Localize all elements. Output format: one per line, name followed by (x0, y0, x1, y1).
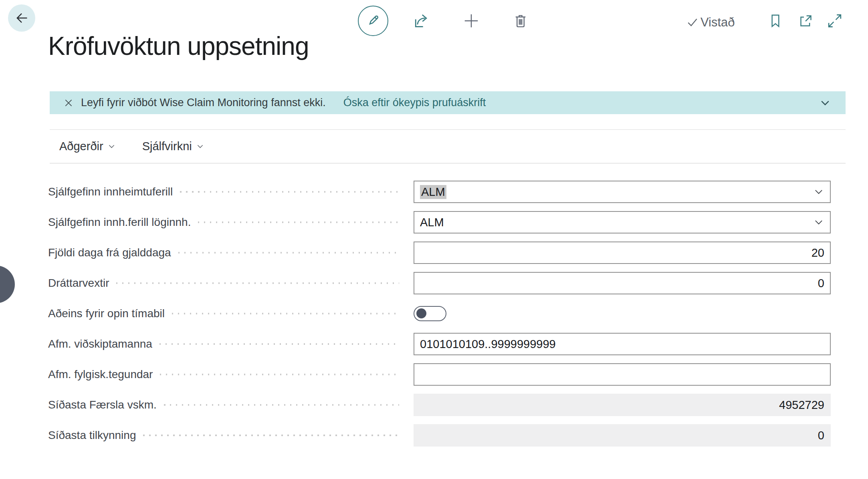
menu-automation-label: Sjálfvirkni (142, 140, 192, 153)
saved-check-icon (686, 16, 699, 29)
last-entry-readonly-field: 4952729 (414, 394, 831, 416)
field-label: Síðasta Færsla vskm. (48, 398, 157, 411)
field-label: Sjálfgefinn innh.ferill löginnh. (48, 216, 191, 229)
banner-chevron-down-icon[interactable] (819, 97, 831, 109)
dotted-leader (143, 435, 399, 436)
add-button[interactable] (462, 12, 480, 30)
field-label: Afm. fylgisk.tegundar (48, 368, 153, 381)
action-menubar: Aðgerðir Sjálfvirkni (50, 129, 846, 163)
share-icon (412, 12, 430, 30)
readonly-value: 0 (818, 429, 824, 442)
last-notification-readonly-field: 0 (414, 424, 831, 447)
field-label: Síðasta tilkynning (48, 429, 136, 442)
share-button[interactable] (412, 12, 430, 30)
input-value: 0 (818, 277, 824, 290)
dotted-leader (172, 313, 399, 314)
dotted-leader (159, 343, 399, 345)
input-value: 20 (811, 246, 824, 260)
banner-close-button[interactable] (62, 96, 75, 110)
notification-banner: Leyfi fyrir viðbót Wise Claim Monitoring… (50, 91, 846, 114)
field-row-customer-filter: Afm. viðskiptamanna 0101010109..99999999… (48, 333, 831, 355)
days-from-due-date-input[interactable]: 20 (414, 242, 831, 264)
menu-actions-label: Aðgerðir (59, 140, 103, 153)
trash-icon (512, 12, 529, 29)
field-row-default-collection-process: Sjálfgefinn innheimtuferill ALM (48, 181, 831, 203)
page-title: Kröfuvöktun uppsetning (48, 31, 309, 61)
customer-filter-input[interactable]: 0101010109..9999999999 (414, 333, 831, 355)
back-arrow-icon (14, 10, 29, 26)
back-button[interactable] (8, 4, 35, 32)
dotted-leader (178, 252, 399, 254)
toggle-knob (416, 308, 426, 318)
open-in-new-window-icon (798, 13, 814, 29)
input-value: ALM (420, 216, 444, 229)
dotted-leader (198, 221, 399, 223)
field-label: Dráttarvextir (48, 277, 109, 290)
default-legal-process-input[interactable]: ALM (414, 211, 831, 233)
dotted-leader (164, 404, 399, 406)
input-value: 0101010109..9999999999 (420, 338, 556, 351)
field-row-last-notification: Síðasta tilkynning 0 (48, 424, 831, 447)
open-periods-only-toggle[interactable] (414, 306, 446, 321)
readonly-value: 4952729 (779, 398, 824, 412)
banner-action-link[interactable]: Óska eftir ókeypis prufuáskrift (343, 97, 486, 109)
delete-button[interactable] (511, 12, 530, 30)
close-icon (63, 98, 74, 108)
edit-pencil-icon (365, 13, 381, 29)
penalty-interest-input[interactable]: 0 (414, 272, 831, 294)
chevron-down-icon[interactable] (813, 217, 824, 228)
field-row-open-periods-only: Aðeins fyrir opin tímabil (48, 302, 831, 325)
open-in-new-window-button[interactable] (797, 12, 815, 30)
dotted-leader (160, 374, 399, 375)
chevron-down-icon[interactable] (813, 186, 824, 197)
field-label: Afm. viðskiptamanna (48, 338, 152, 350)
save-status: Vistað (686, 14, 735, 31)
field-row-penalty-interest: Dráttarvextir 0 (48, 272, 831, 294)
menu-actions[interactable]: Aðgerðir (59, 140, 116, 153)
chevron-down-icon (196, 142, 204, 151)
saved-label: Vistað (700, 15, 735, 30)
field-row-document-type-filter: Afm. fylgisk.tegundar (48, 363, 831, 386)
dotted-leader (180, 191, 399, 193)
expand-button[interactable] (826, 12, 844, 30)
dotted-leader (116, 282, 399, 284)
document-type-filter-input[interactable] (414, 363, 831, 386)
expand-diagonal-icon (826, 12, 843, 29)
side-drawer-handle[interactable] (0, 266, 15, 303)
bookmark-icon (767, 13, 783, 29)
edit-button[interactable] (358, 6, 388, 36)
field-row-days-from-due-date: Fjöldi daga frá gjalddaga 20 (48, 242, 831, 264)
add-plus-icon (462, 12, 480, 30)
default-collection-process-input[interactable]: ALM (414, 181, 831, 203)
field-label: Fjöldi daga frá gjalddaga (48, 246, 171, 259)
field-label: Aðeins fyrir opin tímabil (48, 307, 165, 320)
field-row-last-entry: Síðasta Færsla vskm. 4952729 (48, 394, 831, 416)
banner-message: Leyfi fyrir viðbót Wise Claim Monitoring… (81, 97, 326, 109)
menu-automation[interactable]: Sjálfvirkni (142, 140, 204, 153)
field-row-default-legal-process: Sjálfgefinn innh.ferill löginnh. ALM (48, 211, 831, 233)
bookmark-button[interactable] (766, 12, 785, 30)
input-value-selected: ALM (420, 185, 446, 199)
field-label: Sjálfgefinn innheimtuferill (48, 185, 173, 198)
chevron-down-icon (107, 142, 116, 151)
